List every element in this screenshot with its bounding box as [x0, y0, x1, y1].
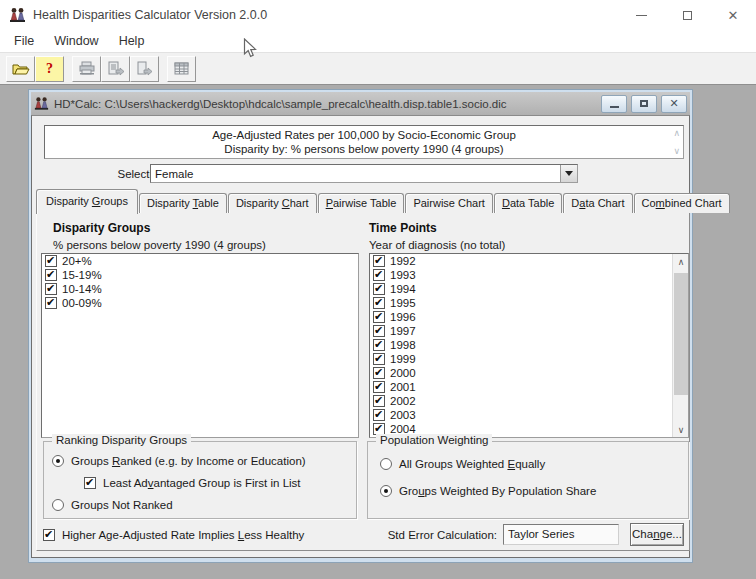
time-point-label[interactable]: 2000: [390, 367, 416, 379]
radio-icon[interactable]: [52, 499, 64, 511]
checkbox-icon[interactable]: [373, 395, 385, 407]
menu-window[interactable]: Window: [44, 32, 108, 50]
checkbox-icon[interactable]: [45, 255, 57, 267]
time-point-label[interactable]: 1999: [390, 353, 416, 365]
tab-data-table[interactable]: Data Table: [494, 193, 562, 213]
higher-rate-checkbox-row[interactable]: Higher Age-Adjusted Rate Implies Less He…: [43, 529, 304, 541]
weighted-population-radio-row[interactable]: Groups Weighted By Population Share: [380, 485, 596, 497]
disparity-group-row[interactable]: 20+%: [42, 254, 358, 268]
weighted-population-label[interactable]: Groups Weighted By Population Share: [399, 485, 596, 497]
disparity-group-label[interactable]: 15-19%: [62, 269, 102, 281]
checkbox-icon[interactable]: [45, 297, 57, 309]
tab-combined-chart[interactable]: Combined Chart: [634, 193, 730, 213]
weighted-equally-label[interactable]: All Groups Weighted Equally: [399, 458, 545, 470]
scroll-up-icon[interactable]: ∧: [673, 254, 689, 269]
child-restore-button[interactable]: [631, 95, 657, 113]
least-advantaged-checkbox-row[interactable]: Least Advantaged Group is First in List: [84, 477, 301, 489]
radio-icon[interactable]: [380, 485, 392, 497]
checkbox-icon[interactable]: [373, 297, 385, 309]
checkbox-icon[interactable]: [45, 269, 57, 281]
time-point-row[interactable]: 1997: [370, 324, 672, 338]
time-point-row[interactable]: 1992: [370, 254, 672, 268]
least-advantaged-label[interactable]: Least Advantaged Group is First in List: [103, 477, 301, 489]
higher-rate-label[interactable]: Higher Age-Adjusted Rate Implies Less He…: [62, 529, 304, 541]
groups-ranked-radio-row[interactable]: Groups Ranked (e.g. by Income or Educati…: [52, 455, 306, 467]
radio-icon[interactable]: [380, 458, 392, 470]
disparity-group-row[interactable]: 00-09%: [42, 296, 358, 310]
tab-disparity-table[interactable]: Disparity Table: [139, 193, 227, 213]
std-error-field[interactable]: Taylor Series: [503, 524, 619, 545]
time-point-label[interactable]: 1996: [390, 311, 416, 323]
checkbox-icon[interactable]: [373, 339, 385, 351]
time-point-label[interactable]: 2001: [390, 381, 416, 393]
radio-icon[interactable]: [52, 455, 64, 467]
groups-not-ranked-label[interactable]: Groups Not Ranked: [71, 499, 173, 511]
groups-not-ranked-radio-row[interactable]: Groups Not Ranked: [52, 499, 173, 511]
time-points-scrollbar[interactable]: ∧ ∨: [672, 254, 688, 437]
checkbox-icon[interactable]: [373, 283, 385, 295]
checkbox-icon[interactable]: [373, 325, 385, 337]
disparity-group-row[interactable]: 15-19%: [42, 268, 358, 282]
help-button[interactable]: ?: [35, 56, 64, 82]
child-minimize-button[interactable]: [601, 95, 627, 113]
time-point-label[interactable]: 1997: [390, 325, 416, 337]
maximize-button[interactable]: [664, 0, 710, 30]
maximize-icon: [683, 11, 692, 20]
checkbox-icon[interactable]: [373, 255, 385, 267]
time-point-row[interactable]: 1998: [370, 338, 672, 352]
checkbox-icon[interactable]: [373, 353, 385, 365]
tab-disparity-chart[interactable]: Disparity Chart: [228, 193, 317, 213]
tab-pairwise-chart[interactable]: Pairwise Chart: [405, 193, 493, 213]
time-point-row[interactable]: 2001: [370, 380, 672, 394]
checkbox-icon[interactable]: [45, 283, 57, 295]
time-point-row[interactable]: 1996: [370, 310, 672, 324]
time-point-row[interactable]: 1999: [370, 352, 672, 366]
disparity-group-label[interactable]: 10-14%: [62, 283, 102, 295]
checkbox-icon[interactable]: [43, 529, 55, 541]
export-data-button[interactable]: [130, 56, 159, 82]
checkbox-icon[interactable]: [373, 311, 385, 323]
open-file-button[interactable]: [6, 56, 35, 82]
checkbox-icon[interactable]: [373, 269, 385, 281]
scroll-down-icon[interactable]: ∨: [673, 422, 689, 437]
time-point-row[interactable]: 2000: [370, 366, 672, 380]
time-point-label[interactable]: 1992: [390, 255, 416, 267]
checkbox-icon[interactable]: [373, 409, 385, 421]
scrollbar-thumb[interactable]: [674, 273, 688, 395]
data-table-button[interactable]: [167, 56, 196, 82]
tab-disparity-groups[interactable]: Disparity Groups: [36, 189, 138, 214]
selection-dropdown-button[interactable]: [560, 165, 577, 182]
tab-data-chart[interactable]: Data Chart: [563, 193, 632, 213]
close-button[interactable]: ✕: [710, 0, 756, 30]
checkbox-icon[interactable]: [373, 381, 385, 393]
description-scroll-up-icon[interactable]: ∧: [673, 129, 680, 137]
time-point-label[interactable]: 1998: [390, 339, 416, 351]
menu-help[interactable]: Help: [109, 32, 155, 50]
tab-pairwise-table[interactable]: Pairwise Table: [318, 193, 405, 213]
menu-file[interactable]: File: [4, 32, 44, 50]
description-scroll-down-icon[interactable]: ∨: [673, 147, 680, 155]
time-point-label[interactable]: 1994: [390, 283, 416, 295]
minimize-button[interactable]: [618, 0, 664, 30]
checkbox-icon[interactable]: [84, 477, 96, 489]
disparity-group-label[interactable]: 20+%: [62, 255, 92, 267]
time-point-row[interactable]: 2002: [370, 394, 672, 408]
time-point-label[interactable]: 2003: [390, 409, 416, 421]
time-point-label[interactable]: 2002: [390, 395, 416, 407]
time-point-row[interactable]: 2003: [370, 408, 672, 422]
print-button[interactable]: [72, 56, 101, 82]
disparity-group-row[interactable]: 10-14%: [42, 282, 358, 296]
groups-ranked-label[interactable]: Groups Ranked (e.g. by Income or Educati…: [71, 455, 306, 467]
export-report-button[interactable]: [101, 56, 130, 82]
disparity-group-label[interactable]: 00-09%: [62, 297, 102, 309]
checkbox-icon[interactable]: [373, 367, 385, 379]
time-point-label[interactable]: 1995: [390, 297, 416, 309]
time-point-row[interactable]: 1994: [370, 282, 672, 296]
change-button[interactable]: Change...: [630, 523, 684, 546]
time-point-label[interactable]: 1993: [390, 269, 416, 281]
selection-dropdown[interactable]: Female: [150, 164, 578, 183]
child-close-button[interactable]: ✕: [661, 95, 687, 113]
time-point-row[interactable]: 1995: [370, 296, 672, 310]
weighted-equally-radio-row[interactable]: All Groups Weighted Equally: [380, 458, 545, 470]
time-point-row[interactable]: 1993: [370, 268, 672, 282]
